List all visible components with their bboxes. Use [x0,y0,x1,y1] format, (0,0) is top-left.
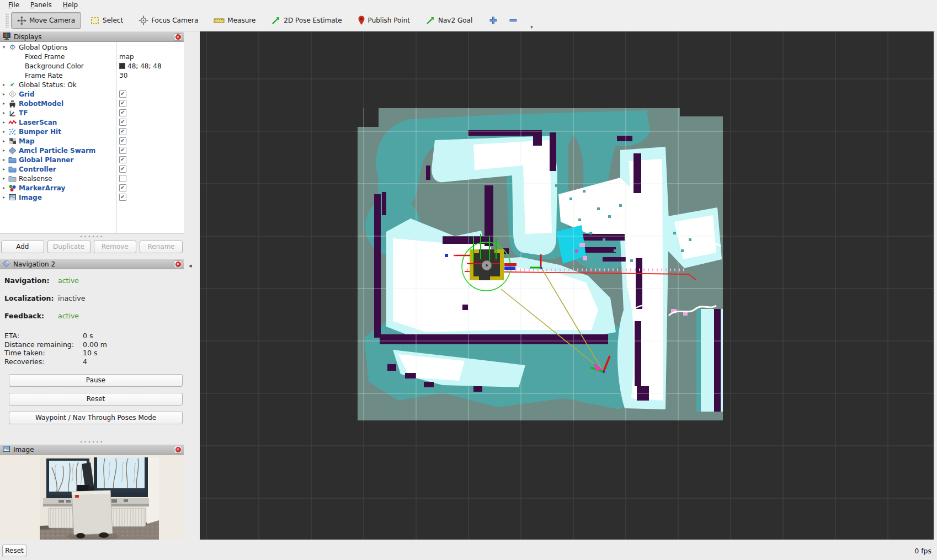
panel-splitter[interactable]: ◂ [184,31,200,540]
image-icon [8,193,17,201]
amcl-icon [8,146,17,154]
recoveries-row: Recoveries: 4 [4,358,179,366]
tree-row-realsense[interactable]: ▸ Realsense [0,174,184,183]
status-ok-icon: ✔ [8,81,17,89]
visibility-checkbox[interactable] [119,90,126,98]
visibility-checkbox[interactable] [119,137,126,145]
tree-row-markerarray[interactable]: ▸ MarkerArray [0,183,184,193]
fps-counter: 0 fps [914,547,931,555]
eta-row: ETA: 0 s [4,332,179,340]
image-panel-body [0,455,184,545]
tree-row-global-status[interactable]: ▸ ✔ Global Status: Ok [0,80,184,89]
gear-icon: ⚙ [8,43,17,51]
remove-button[interactable]: Remove [94,241,137,253]
menu-help[interactable]: Help [58,1,83,9]
nav2-panel-body: Navigation: active Localization: inactiv… [0,269,184,424]
visibility-checkbox[interactable] [119,184,126,191]
close-displays-panel-button[interactable]: ✕ [174,33,182,41]
waypoint-mode-button[interactable]: Waypoint / Nav Through Poses Mode [9,412,183,424]
tree-row-global-options[interactable]: ▾ ⚙ Global Options [0,42,184,52]
tree-row-image[interactable]: ▸ Image [0,193,184,202]
frame-rate-value[interactable]: 30 [119,71,127,80]
visibility-checkbox[interactable] [119,166,126,173]
add-button[interactable]: Add [1,241,44,253]
visibility-checkbox[interactable] [119,147,126,154]
map-icon [8,137,17,145]
tree-row-fixed-frame[interactable]: Fixed Frame map [0,52,184,61]
collapse-arrow-icon[interactable]: ▾ [0,45,8,50]
move-camera-icon [17,16,26,25]
visibility-checkbox[interactable] [119,119,126,126]
select-tool[interactable]: Select [84,12,129,29]
tree-row-global-planner[interactable]: ▸ Global Planner [0,155,184,164]
visibility-checkbox[interactable] [119,194,126,201]
toolbar: Move Camera Select Focus Camera Measure … [0,10,937,31]
tree-row-map[interactable]: ▸ Map [0,136,184,146]
splitter-handle[interactable]: •••••• [0,234,184,239]
tree-row-tf[interactable]: ▸ TF [0,108,184,118]
expand-arrow-icon[interactable]: ▸ [0,110,8,115]
move-camera-tool[interactable]: Move Camera [11,12,81,29]
visibility-checkbox[interactable] [119,175,126,182]
image-panel-title: Image [13,446,34,454]
visibility-checkbox[interactable] [119,100,126,107]
expand-arrow-icon[interactable]: ▸ [0,138,8,143]
expand-arrow-icon[interactable]: ▸ [0,157,8,162]
measure-tool[interactable]: Measure [207,12,262,29]
toolbar-grip[interactable] [6,13,9,28]
nav2-panel-icon [2,259,10,269]
tree-row-background-color[interactable]: Background Color 48; 48; 48 [0,61,184,71]
expand-arrow-icon[interactable]: ▸ [0,185,8,190]
panel-collapse-icon[interactable]: ◂ [189,262,192,269]
marker-array-icon [8,184,17,192]
expand-arrow-icon[interactable]: ▸ [0,195,8,200]
image-panel-titlebar[interactable]: Image ✕ [0,444,184,455]
visibility-checkbox[interactable] [119,156,126,163]
close-nav2-panel-button[interactable]: ✕ [174,260,182,268]
tree-row-frame-rate[interactable]: Frame Rate 30 [0,71,184,80]
time-reset-button[interactable]: Reset [2,545,26,557]
visibility-checkbox[interactable] [119,109,126,116]
remove-tool-button[interactable] [507,13,519,28]
close-image-panel-button[interactable]: ✕ [174,446,182,454]
publish-point-icon [358,15,365,25]
expand-arrow-icon[interactable]: ▸ [0,176,8,181]
expand-arrow-icon[interactable]: ▸ [0,129,8,134]
add-tool-button[interactable] [487,13,499,28]
menu-file[interactable]: File [3,1,24,9]
tree-row-grid[interactable]: ▸ Grid [0,89,184,99]
folder-icon [8,156,17,164]
reset-button[interactable]: Reset [9,393,183,406]
nav2-panel-titlebar[interactable]: Navigation 2 ✕ [0,259,184,269]
expand-arrow-icon[interactable]: ▸ [0,120,8,125]
focus-camera-tool[interactable]: Focus Camera [132,12,204,29]
fixed-frame-value[interactable]: map [119,52,134,61]
expand-arrow-icon[interactable]: ▸ [0,92,8,97]
nav2-goal-tool[interactable]: Nav2 Goal [419,12,478,29]
feedback-status-value: active [58,312,79,320]
tree-row-bumper-hit[interactable]: ▸ Bumper Hit [0,127,184,136]
expand-arrow-icon[interactable]: ▸ [0,101,8,106]
duplicate-button[interactable]: Duplicate [47,241,90,253]
publish-point-tool[interactable]: Publish Point [352,12,416,29]
toolbar-overflow-icon[interactable]: ▾ [530,24,533,31]
rename-button[interactable]: Rename [140,241,183,253]
robot-model-icon [8,99,17,108]
pose-estimate-tool[interactable]: 2D Pose Estimate [265,12,348,29]
select-icon [90,16,100,25]
expand-arrow-icon[interactable]: ▸ [0,148,8,153]
rviz-window: File Panels Help Move Camera Select Focu… [0,0,937,560]
tree-row-controller[interactable]: ▸ Controller [0,164,184,174]
tree-row-amcl-particle-swarm[interactable]: ▸ Amcl Particle Swarm [0,146,184,155]
3d-viewport[interactable] [200,31,934,540]
menu-panels[interactable]: Panels [25,1,57,9]
tree-row-robotmodel[interactable]: ▸ RobotModel [0,99,184,108]
expand-arrow-icon[interactable]: ▸ [0,167,8,172]
tree-row-laserscan[interactable]: ▸ LaserScan [0,118,184,127]
background-color-value[interactable]: 48; 48; 48 [119,61,162,71]
pause-button[interactable]: Pause [9,374,183,387]
displays-panel-titlebar[interactable]: Displays ✕ [0,31,184,42]
visibility-checkbox[interactable] [119,128,126,135]
expand-arrow-icon[interactable]: ▸ [0,82,8,87]
splitter-handle[interactable]: •••••• [0,439,184,444]
